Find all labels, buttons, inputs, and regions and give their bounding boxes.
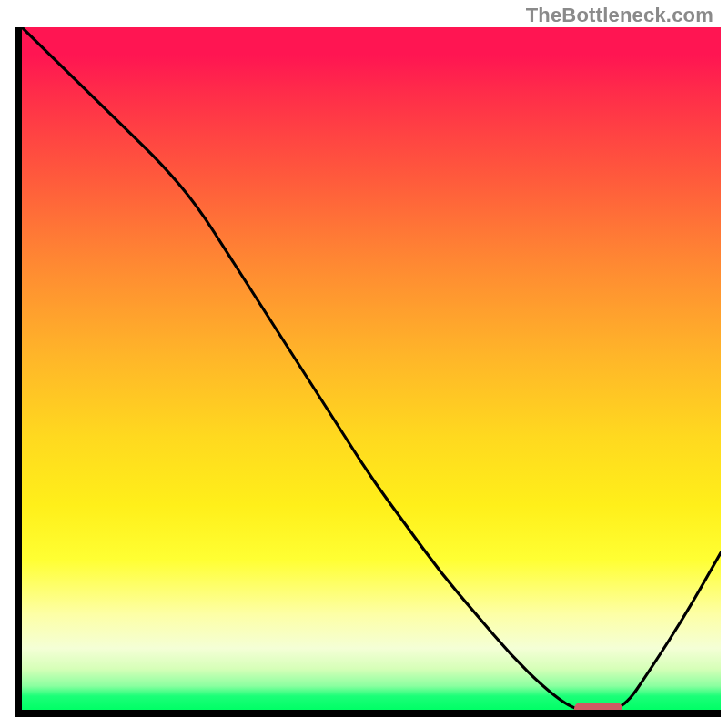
curve-svg bbox=[22, 27, 721, 710]
y-axis bbox=[15, 27, 22, 715]
optimal-marker bbox=[574, 703, 623, 710]
bottleneck-curve bbox=[22, 27, 721, 710]
chart-container: TheBottleneck.com bbox=[0, 0, 728, 728]
attribution-text: TheBottleneck.com bbox=[526, 4, 713, 27]
x-axis bbox=[15, 710, 721, 717]
plot-area bbox=[22, 27, 721, 710]
